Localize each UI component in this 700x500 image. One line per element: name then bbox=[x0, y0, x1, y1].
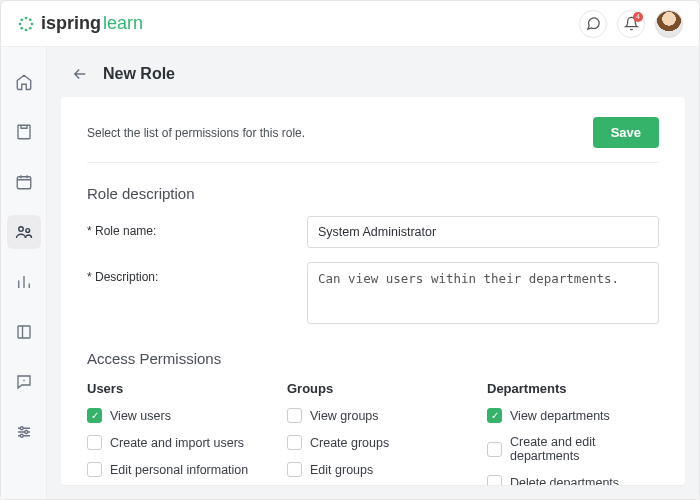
section-role-description: Role description bbox=[87, 185, 659, 202]
section-access-permissions: Access Permissions bbox=[87, 350, 659, 367]
svg-point-3 bbox=[31, 22, 34, 25]
sidebar-item-reports[interactable] bbox=[7, 265, 41, 299]
checkbox-icon bbox=[87, 408, 102, 423]
perm-item[interactable]: Create and import users bbox=[87, 435, 259, 450]
card: Select the list of permissions for this … bbox=[61, 97, 685, 485]
checkbox-icon bbox=[487, 475, 502, 485]
perm-item[interactable]: Create and edit departments bbox=[487, 435, 659, 463]
perm-col-groups: Groups View groups Create groups Edit gr… bbox=[287, 381, 459, 485]
svg-rect-9 bbox=[17, 177, 31, 189]
checkbox-icon bbox=[287, 435, 302, 450]
svg-point-6 bbox=[20, 26, 23, 29]
perm-item[interactable]: Create groups bbox=[287, 435, 459, 450]
page-title: New Role bbox=[103, 65, 175, 83]
perm-item-label: Delete departments bbox=[510, 476, 619, 486]
perm-item[interactable]: View departments bbox=[487, 408, 659, 423]
card-top: Select the list of permissions for this … bbox=[87, 117, 659, 163]
perm-item-label: Create and import users bbox=[110, 436, 244, 450]
perm-col-users: Users View users Create and import users… bbox=[87, 381, 259, 485]
perm-col-users-title: Users bbox=[87, 381, 259, 396]
avatar[interactable] bbox=[655, 10, 683, 38]
notification-badge: 4 bbox=[633, 12, 643, 22]
sidebar-item-content[interactable] bbox=[7, 115, 41, 149]
perm-item[interactable]: Delete departments bbox=[487, 475, 659, 485]
checkbox-icon bbox=[287, 408, 302, 423]
svg-point-15 bbox=[20, 434, 23, 437]
svg-point-14 bbox=[24, 431, 27, 434]
perm-item-label: View departments bbox=[510, 409, 610, 423]
perm-item-label: Create and edit departments bbox=[510, 435, 659, 463]
page-header: New Role bbox=[47, 47, 699, 97]
perm-item[interactable]: Edit groups bbox=[287, 462, 459, 477]
role-name-input[interactable] bbox=[307, 216, 659, 248]
sidebar-item-messages[interactable] bbox=[7, 365, 41, 399]
sidebar-item-home[interactable] bbox=[7, 65, 41, 99]
perm-item-label: View groups bbox=[310, 409, 379, 423]
form-row-role-name: * Role name: bbox=[87, 216, 659, 248]
form-row-description: * Description: bbox=[87, 262, 659, 328]
perm-item[interactable]: View groups bbox=[287, 408, 459, 423]
checkbox-icon bbox=[487, 408, 502, 423]
topbar: ispring learn 4 bbox=[1, 1, 699, 47]
checkbox-icon bbox=[87, 435, 102, 450]
svg-rect-12 bbox=[18, 326, 30, 338]
topbar-right: 4 bbox=[579, 10, 683, 38]
perm-col-groups-title: Groups bbox=[287, 381, 459, 396]
perm-col-departments: Departments View departments Create and … bbox=[487, 381, 659, 485]
perm-item-label: Edit personal information bbox=[110, 463, 248, 477]
perm-col-departments-title: Departments bbox=[487, 381, 659, 396]
logo-text-1: ispring bbox=[41, 13, 101, 34]
checkbox-icon bbox=[287, 462, 302, 477]
chat-button[interactable] bbox=[579, 10, 607, 38]
svg-rect-8 bbox=[18, 125, 30, 139]
sidebar-item-settings[interactable] bbox=[7, 415, 41, 449]
svg-point-7 bbox=[29, 18, 32, 21]
save-button[interactable]: Save bbox=[593, 117, 659, 148]
svg-point-0 bbox=[25, 16, 28, 19]
logo-icon bbox=[17, 15, 35, 33]
sidebar-item-users[interactable] bbox=[7, 215, 41, 249]
perm-item[interactable]: Edit personal information bbox=[87, 462, 259, 477]
svg-point-13 bbox=[20, 427, 23, 430]
notifications-button[interactable]: 4 bbox=[617, 10, 645, 38]
description-label: * Description: bbox=[87, 262, 307, 284]
svg-point-11 bbox=[25, 229, 29, 233]
checkbox-icon bbox=[487, 442, 502, 457]
svg-point-10 bbox=[18, 227, 23, 232]
logo[interactable]: ispring learn bbox=[17, 13, 143, 34]
perm-item-label: Edit groups bbox=[310, 463, 373, 477]
checkbox-icon bbox=[87, 462, 102, 477]
card-intro-text: Select the list of permissions for this … bbox=[87, 126, 305, 140]
sidebar-item-calendar[interactable] bbox=[7, 165, 41, 199]
sidebar bbox=[1, 47, 47, 499]
app-body: New Role Select the list of permissions … bbox=[1, 47, 699, 499]
svg-point-5 bbox=[29, 26, 32, 29]
role-name-label: * Role name: bbox=[87, 216, 307, 238]
svg-point-2 bbox=[19, 22, 22, 25]
app-shell: ispring learn 4 bbox=[0, 0, 700, 500]
back-button[interactable] bbox=[69, 63, 91, 85]
perm-item-label: View users bbox=[110, 409, 171, 423]
permissions-columns: Users View users Create and import users… bbox=[87, 381, 659, 485]
description-input[interactable] bbox=[307, 262, 659, 324]
main: New Role Select the list of permissions … bbox=[47, 47, 699, 499]
logo-text-2: learn bbox=[103, 13, 143, 34]
svg-point-4 bbox=[20, 18, 23, 21]
perm-item-label: Create groups bbox=[310, 436, 389, 450]
perm-item[interactable]: View users bbox=[87, 408, 259, 423]
svg-point-1 bbox=[25, 28, 28, 31]
sidebar-item-library[interactable] bbox=[7, 315, 41, 349]
